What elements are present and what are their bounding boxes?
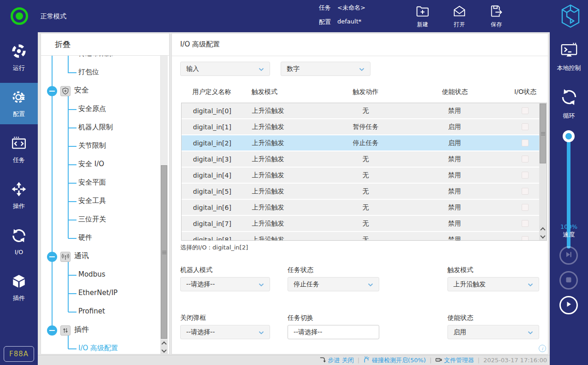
tree-item-safety[interactable]: 安全	[41, 82, 156, 100]
trigger-mode-select[interactable]: 上升沿触发	[447, 277, 539, 291]
move-arrows-icon	[11, 181, 27, 199]
io-state-checkbox[interactable]	[522, 107, 529, 114]
table-scroll-buttons	[539, 226, 547, 240]
trigger-action-cell: 无	[325, 232, 406, 241]
sidebar-item-plugin[interactable]: 插件	[0, 267, 38, 308]
save-button-label: 保存	[491, 21, 502, 29]
collapse-node-icon[interactable]	[47, 86, 57, 96]
table-row[interactable]: digital_in[2] 上升沿触发 停止任务 启用	[182, 135, 547, 151]
tree-item-io-advanced-config[interactable]: I/O 高级配置	[41, 340, 156, 355]
task-label: 任务	[319, 4, 331, 12]
io-name-cell: digital_in[0]	[182, 103, 243, 118]
file-manager-button[interactable]: 文件管理器	[435, 356, 474, 365]
tree-scrollbar-thumb[interactable]	[161, 165, 167, 339]
tree-item-robot-limits[interactable]: 机器人限制	[41, 119, 156, 137]
table-row[interactable]: digital_in[1] 上升沿触发 暂停任务 启用	[182, 119, 547, 134]
table-row[interactable]: digital_in[6] 上升沿触发 无 禁用	[182, 200, 547, 215]
gear-icon	[11, 89, 27, 107]
io-state-checkbox[interactable]	[522, 139, 529, 146]
io-direction-select[interactable]: 输入	[180, 62, 270, 76]
table-row[interactable]: digital_in[5] 上升沿触发 无 禁用	[182, 184, 547, 199]
robot-mode-select[interactable]: --请选择--	[180, 277, 270, 291]
save-icon	[489, 5, 503, 18]
table-scrollbar-thumb[interactable]	[540, 104, 546, 163]
save-button[interactable]: 保存	[482, 5, 510, 29]
local-control-button[interactable]: 本地控制	[550, 42, 588, 72]
tree-item-safety-tools[interactable]: 安全工具	[41, 192, 156, 211]
sidebar-item-operate[interactable]: 操作	[0, 175, 38, 216]
sidebar-item-io[interactable]: I/O	[0, 221, 38, 262]
new-button[interactable]: 新建	[409, 5, 436, 29]
sidebar-item-run[interactable]: 运行	[0, 37, 38, 78]
enable-state-cell: 禁用	[406, 200, 503, 215]
chevron-down-icon	[359, 65, 365, 73]
enable-state-cell: 启用	[406, 119, 503, 134]
io-state-checkbox[interactable]	[522, 123, 529, 130]
speed-slider-handle[interactable]	[563, 130, 575, 142]
table-row[interactable]: digital_in[7] 上升沿触发 无 禁用	[182, 216, 547, 231]
table-row[interactable]: digital_in[0] 上升沿触发 无 禁用	[182, 103, 547, 118]
tree-item-profinet[interactable]: Profinet	[41, 303, 156, 321]
sidebar-item-label: 配置	[13, 110, 25, 118]
tree-item-communication[interactable]: 通讯	[41, 248, 156, 266]
tree-item-ethernet-ip[interactable]: EtherNet/IP	[41, 284, 156, 303]
tree-header: 折叠	[41, 34, 169, 56]
loop-button[interactable]: 循环	[550, 87, 588, 120]
tree-item-modbus[interactable]: Modbus	[41, 266, 156, 284]
status-bar: 步进 关闭 | 碰撞检测开启(50%) | 文件管理器 | 2025-03-17…	[38, 355, 550, 365]
open-button[interactable]: 打开	[446, 5, 473, 29]
tree-item-joint-limits[interactable]: 关节限制	[41, 137, 156, 156]
trigger-action-cell: 无	[325, 184, 406, 199]
collapse-node-icon[interactable]	[47, 252, 57, 262]
io-state-checkbox[interactable]	[522, 236, 529, 241]
enable-state-select[interactable]: 启用	[447, 325, 539, 339]
step-mode-status[interactable]: 步进 关闭	[319, 356, 354, 365]
sidebar-item-task[interactable]: 任务	[0, 129, 38, 170]
tree-item-safety-io[interactable]: 安全 I/O	[41, 156, 156, 174]
io-state-checkbox[interactable]	[522, 156, 529, 162]
task-state-value: 停止任务	[294, 280, 319, 289]
sidebar-item-config[interactable]: 配置	[0, 83, 38, 124]
table-row[interactable]: digital_in[3] 上升沿触发 无 禁用	[182, 151, 547, 167]
io-direction-value: 输入	[186, 65, 199, 73]
task-state-select[interactable]: 停止任务	[288, 277, 379, 291]
tree-item-safety-origin[interactable]: 安全原点	[41, 100, 156, 119]
table-row[interactable]: digital_in[8] 上升沿触发 无 禁用	[182, 232, 547, 241]
io-state-checkbox[interactable]	[522, 220, 529, 227]
scroll-up-button[interactable]	[539, 226, 547, 233]
mode-label: 正常模式	[41, 12, 66, 21]
table-scrollbar[interactable]	[539, 103, 547, 240]
scroll-up-button[interactable]	[160, 340, 168, 347]
enable-state-cell: 禁用	[406, 103, 503, 118]
collapse-node-icon[interactable]	[47, 325, 57, 336]
tree-item-plugins[interactable]: 插件	[41, 321, 156, 340]
stop-button[interactable]	[559, 271, 578, 290]
tree-item-three-position-switch[interactable]: 三位开关	[41, 211, 156, 229]
io-state-checkbox[interactable]	[522, 204, 529, 211]
tree-item-hardware[interactable]: 硬件	[41, 229, 156, 248]
fkey-button[interactable]: F88A	[4, 346, 34, 362]
collision-detection-status[interactable]: 碰撞检测开启(50%)	[363, 356, 426, 365]
status-indicator-icon	[11, 7, 28, 25]
tree-item-conveyor-tracking[interactable]: 传送带跟踪	[41, 56, 156, 64]
task-switch-input[interactable]: --请选择--	[288, 325, 379, 339]
trigger-action-cell: 无	[325, 151, 406, 167]
selected-io-label: 选择的I/O : digital_in[2]	[180, 243, 248, 252]
info-icon[interactable]: i	[539, 345, 546, 352]
tree-item-safety-planes[interactable]: 安全平面	[41, 174, 156, 192]
io-state-checkbox[interactable]	[522, 172, 529, 179]
collapse-button[interactable]: 折叠	[55, 39, 71, 50]
tree-item-packing-position[interactable]: 打包位	[41, 64, 156, 82]
io-type-select[interactable]: 数字	[281, 62, 370, 76]
close-popup-select[interactable]: --请选择--	[180, 325, 270, 339]
speed-label: 速度	[550, 231, 588, 238]
scroll-down-button[interactable]	[160, 347, 168, 354]
table-row[interactable]: digital_in[4] 上升沿触发 无 禁用	[182, 168, 547, 183]
io-state-checkbox[interactable]	[522, 188, 529, 195]
scroll-down-button[interactable]	[539, 233, 547, 240]
play-button[interactable]	[559, 296, 578, 314]
step-forward-icon	[565, 251, 572, 260]
step-forward-button[interactable]	[559, 246, 578, 265]
io-name-cell: digital_in[6]	[182, 200, 243, 215]
enable-state-cell: 禁用	[406, 151, 503, 167]
